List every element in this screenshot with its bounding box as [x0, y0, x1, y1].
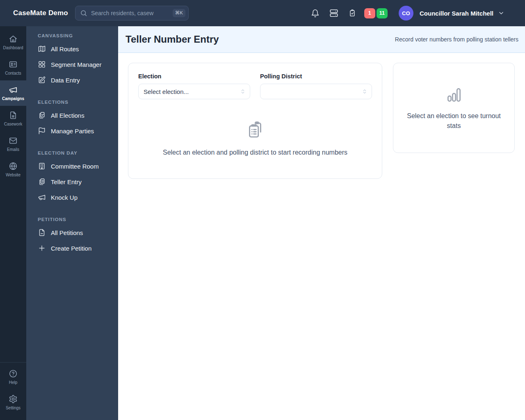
- chevron-down-icon[interactable]: [498, 10, 504, 16]
- teller-entry-card: Election Select election... Polling Dist…: [128, 63, 382, 179]
- polling-district-field-group: Polling District: [260, 73, 372, 99]
- sidebar-item-data-entry[interactable]: Data Entry: [26, 72, 118, 88]
- sidebar-item-segment-manager[interactable]: Segment Manager: [26, 57, 118, 72]
- clipboard-list-icon: [38, 178, 46, 186]
- rail-item-website[interactable]: Website: [0, 157, 26, 182]
- help-circle-icon: [9, 369, 18, 378]
- sidebar-item-create-petition[interactable]: Create Petition: [26, 240, 118, 256]
- chevrons-up-down-icon: [361, 88, 368, 95]
- section-title: PETITIONS: [38, 217, 118, 222]
- topbar-actions: 1 11 CO Councillor Sarah Mitchell: [301, 6, 525, 21]
- megaphone-icon: [38, 193, 46, 201]
- section-title: ELECTION DAY: [38, 151, 118, 155]
- rail-item-campaigns[interactable]: Campaigns: [0, 80, 26, 106]
- turnout-empty-text: Select an election to see turnout stats: [404, 111, 503, 131]
- search-icon: [80, 9, 87, 17]
- app-logo: CaseMate Demo: [13, 9, 68, 17]
- globe-icon: [9, 162, 18, 171]
- election-select[interactable]: Select election...: [138, 84, 250, 99]
- notification-badges: 1 11: [364, 8, 388, 18]
- flag-icon: [38, 127, 46, 135]
- section-title: ELECTIONS: [38, 100, 118, 105]
- sidebar-section-petitions: PETITIONS All Petitions Create Petition: [26, 217, 118, 256]
- sidebar-section-election-day: ELECTION DAY Committee Room Teller Entry…: [26, 151, 118, 205]
- gear-icon: [9, 395, 18, 404]
- page-title: Teller Number Entry: [126, 34, 219, 45]
- election-select-value: Select election...: [144, 88, 189, 95]
- plus-icon: [38, 244, 46, 252]
- rail-item-settings[interactable]: Settings: [0, 390, 26, 415]
- turnout-stats-card: Select an election to see turnout stats: [393, 63, 515, 153]
- edit-icon: [38, 76, 46, 84]
- server-icon[interactable]: [329, 9, 338, 18]
- page-subtitle: Record voter numbers from polling statio…: [395, 36, 518, 43]
- election-label: Election: [138, 73, 250, 80]
- rail-item-dashboard[interactable]: Dashboard: [0, 30, 26, 55]
- sidebar-item-teller-entry[interactable]: Teller Entry: [26, 174, 118, 189]
- global-search[interactable]: ⌘K: [75, 6, 189, 21]
- file-icon: [38, 228, 46, 237]
- sidebar-item-all-elections[interactable]: All Elections: [26, 107, 118, 123]
- clipboard-check-icon[interactable]: [348, 9, 356, 17]
- page-header: Teller Number Entry Record voter numbers…: [118, 26, 525, 53]
- topbar: CaseMate Demo ⌘K 1 11 CO Councillor Sara…: [0, 0, 525, 26]
- sidebar-item-all-petitions[interactable]: All Petitions: [26, 225, 118, 240]
- sidebar-item-committee-room[interactable]: Committee Room: [26, 158, 118, 174]
- clipboard-check-icon: [38, 111, 46, 119]
- status-badge-green[interactable]: 11: [377, 8, 388, 18]
- chevrons-up-down-icon: [240, 88, 246, 95]
- megaphone-icon: [9, 85, 18, 94]
- main-content: Teller Number Entry Record voter numbers…: [118, 26, 525, 420]
- rail-item-contacts[interactable]: Contacts: [0, 55, 26, 80]
- entry-empty-state: Select an election and polling district …: [138, 99, 372, 169]
- sidebar-item-manage-parties[interactable]: Manage Parties: [26, 123, 118, 139]
- user-name[interactable]: Councillor Sarah Mitchell: [420, 10, 493, 17]
- polling-district-label: Polling District: [260, 73, 372, 80]
- bar-chart-icon: [445, 85, 463, 104]
- election-field-group: Election Select election...: [138, 73, 250, 99]
- home-icon: [9, 34, 18, 43]
- search-input[interactable]: [91, 10, 169, 16]
- building-icon: [38, 162, 46, 170]
- avatar[interactable]: CO: [399, 6, 413, 21]
- bell-icon[interactable]: [311, 9, 320, 18]
- icon-rail: Dashboard Contacts Campaigns Casework Em…: [0, 26, 26, 420]
- keyboard-shortcut-badge: ⌘K: [173, 9, 185, 17]
- sidebar: CANVASSING All Routes Segment Manager Da…: [26, 26, 118, 420]
- status-badge-red[interactable]: 1: [364, 8, 375, 18]
- rail-item-emails[interactable]: Emails: [0, 131, 26, 157]
- rail-bottom-group: Help Settings: [0, 362, 26, 420]
- document-icon: [9, 111, 18, 120]
- clipboard-copy-icon: [246, 121, 265, 139]
- mail-icon: [9, 136, 18, 145]
- section-title: CANVASSING: [38, 33, 118, 38]
- sidebar-section-canvassing: CANVASSING All Routes Segment Manager Da…: [26, 33, 118, 88]
- contacts-icon: [9, 60, 18, 69]
- content-area: Election Select election... Polling Dist…: [118, 53, 525, 189]
- sidebar-section-elections: ELECTIONS All Elections Manage Parties: [26, 100, 118, 139]
- sidebar-item-all-routes[interactable]: All Routes: [26, 41, 118, 57]
- grid-icon: [38, 60, 46, 68]
- sidebar-item-knock-up[interactable]: Knock Up: [26, 189, 118, 205]
- map-icon: [38, 45, 46, 53]
- rail-item-help[interactable]: Help: [0, 364, 26, 390]
- polling-district-select[interactable]: [260, 84, 372, 99]
- entry-empty-text: Select an election and polling district …: [142, 149, 368, 156]
- selection-form: Election Select election... Polling Dist…: [138, 73, 372, 99]
- rail-item-casework[interactable]: Casework: [0, 106, 26, 131]
